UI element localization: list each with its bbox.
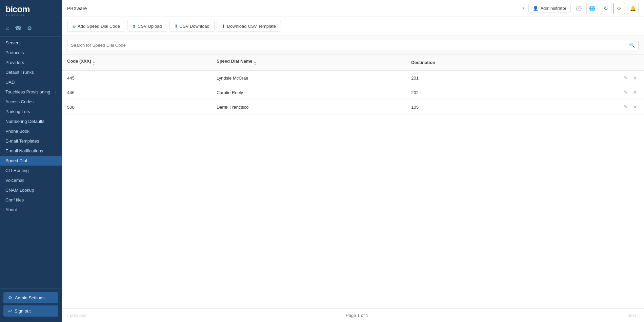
cell-name: Derrik Francisco (211, 100, 406, 114)
download-template-label: Download CSV Template (227, 24, 276, 29)
chevron-right-icon: › (55, 90, 56, 94)
speed-dial-table: Code (XXX)▲▼Speed Dial Name▲▼Destination… (62, 55, 644, 114)
edit-row-button[interactable]: ✎ (622, 74, 629, 82)
sidebar-icon-row: ⌂ ☎ ⚙ (0, 20, 62, 37)
edit-row-button[interactable]: ✎ (622, 89, 629, 96)
sign-out-button[interactable]: ↩ Sign out (3, 305, 58, 317)
home-icon[interactable]: ⌂ (5, 24, 11, 33)
sidebar-item-label-parking-lots: Parking Lots (5, 109, 30, 114)
csv-download-button[interactable]: ⬇ CSV Download (169, 21, 215, 31)
edit-row-button[interactable]: ✎ (622, 103, 629, 111)
logo-text: bicom (5, 5, 56, 14)
logo-area: bicom SYSTEMS (0, 0, 62, 20)
sidebar-item-label-voicemail: Voicemail (5, 178, 24, 183)
phone-icon[interactable]: ☎ (14, 24, 23, 33)
sidebar-item-cli-routing[interactable]: CLI Routing (0, 166, 62, 175)
pagination: ‹ previous Page 1 of 1 next › (62, 308, 644, 322)
sidebar-item-label-cnam-lookup: CNAM Lookup (5, 188, 34, 193)
sidebar-item-access-codes[interactable]: Access Codes (0, 97, 62, 107)
plus-icon: ⊕ (72, 24, 76, 29)
clock-icon-btn[interactable]: 🕐 (573, 3, 584, 14)
sidebar-item-voicemail[interactable]: Voicemail (0, 175, 62, 185)
refresh-icon-btn[interactable]: ↻ (600, 3, 611, 14)
table-header: Code (XXX)▲▼Speed Dial Name▲▼Destination (62, 55, 644, 70)
search-input-wrap: 🔍 (67, 40, 639, 50)
sidebar-item-parking-lots[interactable]: Parking Lots (0, 107, 62, 116)
csv-download-label: CSV Download (180, 24, 209, 29)
topbar: PBXware ▼ 👤 Administrator 🕐 🌐 ↻ ⟳ 🔔 (62, 0, 644, 17)
signout-icon: ↩ (8, 308, 12, 314)
sidebar-item-label-access-codes: Access Codes (5, 99, 34, 104)
sidebar-item-about[interactable]: About (0, 205, 62, 215)
sidebar-item-servers[interactable]: Servers (0, 38, 62, 48)
cell-code: 446 (62, 85, 211, 100)
sidebar-item-label-speed-dial: Speed Dial (5, 158, 27, 163)
download-template-button[interactable]: ⬇ Download CSV Template (217, 21, 281, 31)
searchbar: 🔍 (62, 36, 644, 55)
sidebar-item-label-cli-routing: CLI Routing (5, 168, 29, 173)
cell-destination: 105 (406, 100, 540, 114)
topbar-actions: 👤 Administrator 🕐 🌐 ↻ ⟳ 🔔 (528, 3, 639, 14)
page-title: PBXware (67, 6, 519, 11)
sidebar-item-label-providers: Providers (5, 60, 24, 65)
user-icon: 👤 (533, 6, 538, 11)
settings-icon[interactable]: ⚙ (26, 24, 33, 33)
sort-icon-code[interactable]: ▲▼ (93, 61, 95, 66)
cell-destination: 202 (406, 85, 540, 100)
sidebar-item-label-numbering-defaults: Numbering Defaults (5, 119, 44, 124)
user-menu[interactable]: 👤 Administrator (528, 4, 571, 13)
sidebar-item-uad[interactable]: UAD (0, 77, 62, 87)
sidebar-item-phone-book[interactable]: Phone Book (0, 126, 62, 136)
sync-icon-btn[interactable]: ⟳ (613, 3, 625, 14)
sidebar-item-label-phone-book: Phone Book (5, 129, 29, 134)
download-icon: ⬇ (174, 24, 178, 29)
table-row: 445Lyndsie McCrae201 ✎ ✕ (62, 70, 644, 85)
sidebar-item-label-email-notifications: E-mail Notifications (5, 148, 43, 153)
sidebar-item-default-trunks[interactable]: Default Trunks (0, 67, 62, 77)
admin-settings-button[interactable]: ⚙ Admin Settings (3, 292, 58, 303)
sidebar-item-speed-dial[interactable]: Speed Dial (0, 156, 62, 166)
delete-row-button[interactable]: ✕ (631, 89, 639, 96)
search-input[interactable] (71, 43, 629, 48)
sidebar-item-protocols[interactable]: Protocols (0, 48, 62, 58)
actionbar: ⊕ Add Speed Dial Code ⬆ CSV Upload ⬇ CSV… (62, 17, 644, 36)
col-header-actions (540, 55, 644, 70)
delete-row-button[interactable]: ✕ (631, 74, 639, 82)
cell-name: Lyndsie McCrae (211, 70, 406, 85)
sidebar-item-numbering-defaults[interactable]: Numbering Defaults (0, 116, 62, 126)
cell-destination: 201 (406, 70, 540, 85)
topbar-dropdown[interactable]: ▼ (522, 6, 525, 10)
globe-icon-btn[interactable]: 🌐 (586, 3, 598, 14)
add-speed-dial-button[interactable]: ⊕ Add Speed Dial Code (67, 21, 125, 31)
sidebar-item-label-email-templates: E-mail Templates (5, 138, 39, 144)
bell-icon-btn[interactable]: 🔔 (627, 3, 639, 14)
sidebar-item-label-uad: UAD (5, 80, 15, 85)
csv-upload-button[interactable]: ⬆ CSV Upload (127, 21, 167, 31)
next-page-button[interactable]: next › (627, 313, 639, 318)
sidebar-item-touchless-provisioning[interactable]: Touchless Provisioning› (0, 87, 62, 97)
sidebar-item-label-servers: Servers (5, 40, 21, 45)
search-icon: 🔍 (629, 42, 635, 48)
sidebar-item-email-notifications[interactable]: E-mail Notifications (0, 146, 62, 156)
sidebar-item-cnam-lookup[interactable]: CNAM Lookup (0, 185, 62, 195)
cell-code: 445 (62, 70, 211, 85)
table-row: 446Caralie Reely202 ✎ ✕ (62, 85, 644, 100)
sort-icon-name[interactable]: ▲▼ (254, 61, 256, 66)
table-body: 445Lyndsie McCrae201 ✎ ✕ 446Caralie Reel… (62, 70, 644, 114)
sidebar: bicom SYSTEMS ⌂ ☎ ⚙ ServersProtocolsProv… (0, 0, 62, 322)
col-header-code[interactable]: Code (XXX)▲▼ (62, 55, 211, 70)
sidebar-item-label-default-trunks: Default Trunks (5, 70, 34, 75)
delete-row-button[interactable]: ✕ (631, 103, 639, 111)
sidebar-item-providers[interactable]: Providers (0, 58, 62, 67)
main-content: PBXware ▼ 👤 Administrator 🕐 🌐 ↻ ⟳ 🔔 ⊕ Ad… (62, 0, 644, 322)
table-row: 500Derrik Francisco105 ✎ ✕ (62, 100, 644, 114)
sidebar-item-conf-files[interactable]: Conf files (0, 195, 62, 205)
sidebar-nav: ServersProtocolsProvidersDefault TrunksU… (0, 37, 62, 288)
cell-code: 500 (62, 100, 211, 114)
table-area: Code (XXX)▲▼Speed Dial Name▲▼Destination… (62, 55, 644, 308)
template-download-icon: ⬇ (222, 24, 225, 29)
col-header-name[interactable]: Speed Dial Name▲▼ (211, 55, 406, 70)
sidebar-item-email-templates[interactable]: E-mail Templates (0, 136, 62, 146)
col-header-destination: Destination (406, 55, 540, 70)
prev-page-button[interactable]: ‹ previous (67, 313, 86, 318)
